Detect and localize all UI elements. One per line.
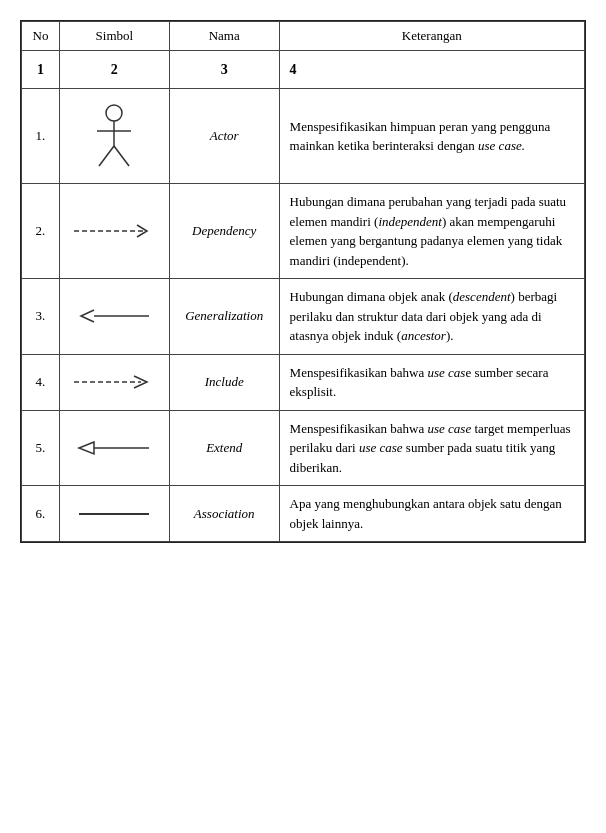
- row-nama-dependency: Dependency: [169, 184, 279, 279]
- row-ket-actor: Menspesifikasikan himpuan peran yang pen…: [279, 89, 584, 184]
- row-simbol-generalization: [59, 279, 169, 355]
- svg-marker-9: [79, 442, 94, 454]
- ket-gen-text: Hubungan dimana objek anak (descendent) …: [290, 289, 558, 343]
- row-nama-extend: Extend: [169, 410, 279, 486]
- row-no-3: 3.: [22, 279, 60, 355]
- header-simbol: Simbol: [59, 22, 169, 51]
- main-table: No Simbol Nama Keterangan 1 2 3 4 1.: [20, 20, 586, 543]
- header-num-3: 3: [169, 51, 279, 89]
- svg-point-0: [106, 105, 122, 121]
- row-no-4: 4.: [22, 354, 60, 410]
- row-ket-dependency: Hubungan dimana perubahan yang terjadi p…: [279, 184, 584, 279]
- ket-ext-text: Menspesifikasikan bahwa use case target …: [290, 421, 571, 475]
- svg-line-3: [99, 146, 114, 166]
- row-no-2: 2.: [22, 184, 60, 279]
- row-ket-extend: Menspesifikasikan bahwa use case target …: [279, 410, 584, 486]
- table-row: 5. Extend Menspesifikasikan bahwa use ca…: [22, 410, 585, 486]
- ket-actor-text: Menspesifikasikan himpuan peran yang pen…: [290, 119, 551, 154]
- row-nama-actor: Actor: [169, 89, 279, 184]
- table-row: 1.: [22, 89, 585, 184]
- association-icon: [66, 504, 163, 524]
- row-nama-generalization: Generalization: [169, 279, 279, 355]
- actor-icon: [66, 101, 163, 171]
- row-simbol-actor: [59, 89, 169, 184]
- row-nama-include: Include: [169, 354, 279, 410]
- header-num-1: 1: [22, 51, 60, 89]
- header-nama: Nama: [169, 22, 279, 51]
- ket-assoc-text: Apa yang menghubungkan antara objek satu…: [290, 496, 562, 531]
- header-num-4: 4: [279, 51, 584, 89]
- table-row: 6. Association Apa yang menghubungkan an…: [22, 486, 585, 542]
- row-ket-association: Apa yang menghubungkan antara objek satu…: [279, 486, 584, 542]
- header-row-numbers: 1 2 3 4: [22, 51, 585, 89]
- row-simbol-include: [59, 354, 169, 410]
- row-ket-include: Menspesifikasikan bahwa use case sumber …: [279, 354, 584, 410]
- svg-line-4: [114, 146, 129, 166]
- extend-icon: [66, 438, 163, 458]
- header-num-2: 2: [59, 51, 169, 89]
- row-simbol-extend: [59, 410, 169, 486]
- table-row: 3. Generalization Hubungan dimana objek …: [22, 279, 585, 355]
- header-row-labels: No Simbol Nama Keterangan: [22, 22, 585, 51]
- generalization-icon: [66, 306, 163, 326]
- row-no-6: 6.: [22, 486, 60, 542]
- dependency-icon: [66, 221, 163, 241]
- table-row: 4. Include Menspesifikasikan bahwa use c…: [22, 354, 585, 410]
- row-no-5: 5.: [22, 410, 60, 486]
- row-no-1: 1.: [22, 89, 60, 184]
- ket-dep-text: Hubungan dimana perubahan yang terjadi p…: [290, 194, 567, 268]
- ket-inc-text: Menspesifikasikan bahwa use case sumber …: [290, 365, 549, 400]
- table-row: 2. Dependency Hubungan dimana perubahan …: [22, 184, 585, 279]
- row-ket-generalization: Hubungan dimana objek anak (descendent) …: [279, 279, 584, 355]
- header-no: No: [22, 22, 60, 51]
- row-nama-association: Association: [169, 486, 279, 542]
- include-icon: [66, 372, 163, 392]
- header-keterangan: Keterangan: [279, 22, 584, 51]
- row-simbol-dependency: [59, 184, 169, 279]
- row-simbol-association: [59, 486, 169, 542]
